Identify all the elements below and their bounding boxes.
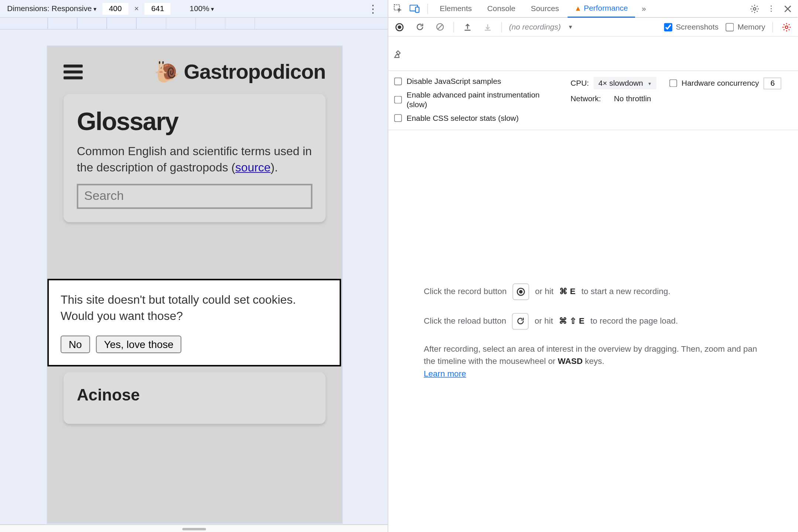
svg-point-10 xyxy=(519,290,523,293)
search-input[interactable] xyxy=(77,184,313,209)
network-throttle-select[interactable]: No throttlin xyxy=(614,94,651,103)
dimension-separator: × xyxy=(134,4,139,13)
learn-more-link[interactable]: Learn more xyxy=(424,368,466,378)
inspect-icon[interactable] xyxy=(391,1,406,16)
devtools-pane: Elements Console Sources ▲ Performance »… xyxy=(388,0,798,532)
device-toggle-icon[interactable] xyxy=(407,1,423,16)
wasd-label: WASD xyxy=(558,356,583,366)
cpu-throttle-select[interactable]: 4× slowdown xyxy=(594,77,656,89)
memory-checkbox[interactable]: Memory xyxy=(726,23,765,31)
cookie-yes-button[interactable]: Yes, love those xyxy=(96,335,182,353)
term-title: Acinose xyxy=(77,386,313,405)
upload-icon[interactable] xyxy=(461,20,474,33)
shortcut-record: ⌘ E xyxy=(559,285,576,298)
snail-icon: 🐌 xyxy=(154,59,180,84)
ruler-horizontal xyxy=(0,18,388,30)
term-card: Acinose xyxy=(64,373,325,424)
hamburger-icon[interactable] xyxy=(64,64,83,79)
cpu-label: CPU: xyxy=(570,79,589,88)
svg-line-7 xyxy=(437,25,442,29)
hardware-concurrency-input[interactable] xyxy=(764,77,781,89)
reload-icon[interactable] xyxy=(413,20,426,33)
advanced-paint-checkbox[interactable]: Enable advanced paint instrumentation (s… xyxy=(394,91,560,109)
viewport-pane: Dimensions: Responsive × 100% ⋮ 🐌 Gastro… xyxy=(0,0,388,532)
performance-subbar xyxy=(388,37,798,71)
clear-icon[interactable] xyxy=(393,39,793,69)
empty-line2-a: Click the reload button xyxy=(424,315,506,327)
tab-elements[interactable]: Elements xyxy=(433,0,479,17)
tab-performance[interactable]: ▲ Performance xyxy=(567,0,635,17)
width-input[interactable] xyxy=(102,3,128,14)
device-menu-icon[interactable]: ⋮ xyxy=(365,2,381,15)
disable-js-checkbox[interactable]: Disable JavaScript samples xyxy=(394,77,560,86)
download-icon[interactable] xyxy=(481,20,494,33)
glossary-card: Glossary Common English and scientific t… xyxy=(64,94,325,222)
performance-toolbar: no recordings ▼ Screenshots Memory xyxy=(388,18,798,37)
capture-settings: Disable JavaScript samples Enable advanc… xyxy=(388,71,798,130)
svg-point-3 xyxy=(753,7,756,10)
network-label: Network: xyxy=(570,94,601,103)
tab-sources[interactable]: Sources xyxy=(524,0,566,17)
performance-empty-state: Click the record button or hit ⌘ E to st… xyxy=(388,130,798,532)
dimensions-dropdown[interactable]: Dimensions: Responsive xyxy=(7,4,96,13)
svg-point-8 xyxy=(785,25,788,28)
screenshots-checkbox[interactable]: Screenshots xyxy=(664,23,719,31)
drawer-handle[interactable] xyxy=(0,524,388,532)
warning-icon: ▲ xyxy=(574,4,582,12)
stop-icon[interactable] xyxy=(433,20,446,33)
cookie-dialog: This site doesn't but totally could set … xyxy=(47,279,341,366)
devtools-tabbar: Elements Console Sources ▲ Performance »… xyxy=(388,0,798,18)
device-frame: 🐌 Gastropodicon Glossary Common English … xyxy=(47,46,342,523)
svg-point-5 xyxy=(398,25,402,29)
device-toolbar: Dimensions: Responsive × 100% ⋮ xyxy=(0,0,388,18)
tab-console[interactable]: Console xyxy=(480,0,523,17)
brand-label: Gastropodicon xyxy=(184,60,326,83)
record-button-inline[interactable] xyxy=(512,283,529,300)
source-link[interactable]: source xyxy=(235,161,271,173)
zoom-dropdown[interactable]: 100% xyxy=(190,4,214,13)
record-icon[interactable] xyxy=(393,20,406,33)
devtools-menu-icon[interactable]: ⋮ xyxy=(764,1,779,16)
site-header: 🐌 Gastropodicon xyxy=(47,46,342,94)
close-icon[interactable] xyxy=(780,1,795,16)
shortcut-reload: ⌘ ⇧ E xyxy=(559,315,584,327)
recordings-dropdown-icon[interactable]: ▼ xyxy=(568,24,573,30)
glossary-description: Common English and scientific terms used… xyxy=(77,143,313,175)
css-selector-checkbox[interactable]: Enable CSS selector stats (slow) xyxy=(394,114,560,123)
hardware-concurrency-checkbox[interactable]: Hardware concurrency xyxy=(669,79,759,88)
site-title: 🐌 Gastropodicon xyxy=(154,59,326,84)
glossary-heading: Glossary xyxy=(77,107,313,136)
viewport-area: 🐌 Gastropodicon Glossary Common English … xyxy=(0,18,388,532)
reload-button-inline[interactable] xyxy=(512,313,529,330)
more-tabs-icon[interactable]: » xyxy=(636,1,652,16)
empty-line1-a: Click the record button xyxy=(424,285,507,298)
cookie-no-button[interactable]: No xyxy=(61,335,90,353)
no-recordings-label: no recordings xyxy=(509,23,561,31)
settings-gear-icon[interactable] xyxy=(747,1,763,16)
svg-rect-2 xyxy=(416,7,419,12)
height-input[interactable] xyxy=(145,3,171,14)
cookie-text: This site doesn't but totally could set … xyxy=(61,292,328,325)
capture-settings-icon[interactable] xyxy=(780,20,793,33)
